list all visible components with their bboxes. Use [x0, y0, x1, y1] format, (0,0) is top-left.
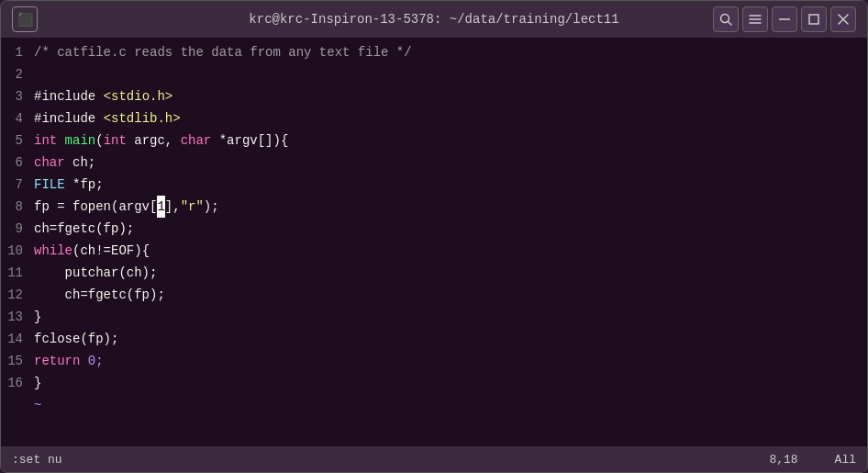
line-content-5: int main(int argc, char *argv[]){: [34, 130, 288, 152]
terminal-icon: ⬛: [12, 6, 38, 32]
line-num-2: 2: [1, 63, 34, 85]
window-controls: [713, 6, 856, 32]
line-num-15: 15: [1, 350, 34, 372]
code-line-14: 14 fclose(fp);: [1, 328, 867, 350]
vim-command: :set nu: [12, 453, 62, 467]
line-content-4: #include <stdlib.h>: [34, 107, 181, 130]
minimize-button[interactable]: [772, 6, 797, 32]
code-line-4: 4 #include <stdlib.h>: [1, 107, 867, 130]
line-num-13: 13: [1, 306, 34, 328]
terminal-window: ⬛ krc@krc-Inspiron-13-5378: ~/data/train…: [0, 0, 868, 473]
line-content-12: ch=fgetc(fp);: [34, 284, 165, 306]
line-num-14: 14: [1, 328, 34, 350]
maximize-button[interactable]: [801, 6, 827, 32]
line-content-11: putchar(ch);: [34, 262, 157, 284]
cursor-position: 8,18: [769, 453, 797, 467]
svg-rect-6: [809, 15, 818, 24]
line-num-6: 6: [1, 152, 34, 174]
line-num-4: 4: [1, 107, 34, 130]
code-line-15: 15 return 0;: [1, 350, 867, 372]
line-content-6: char ch;: [34, 152, 95, 174]
code-line-9: 9 ch=fgetc(fp);: [1, 218, 867, 240]
window-title: krc@krc-Inspiron-13-5378: ~/data/trainin…: [249, 12, 618, 27]
line-num-7: 7: [1, 174, 34, 196]
code-line-6: 6 char ch;: [1, 152, 867, 174]
line-content-1: /* catfile.c reads the data from any tex…: [34, 41, 412, 63]
line-num-10: 10: [1, 240, 34, 262]
tilde-char: ~: [34, 394, 41, 416]
line-content-7: FILE *fp;: [34, 174, 104, 196]
svg-line-1: [729, 22, 732, 26]
code-line-16: 16 }: [1, 372, 867, 394]
line-content-14: fclose(fp);: [34, 328, 118, 350]
editor-area[interactable]: 1 /* catfile.c reads the data from any t…: [1, 38, 867, 446]
line-num-5: 5: [1, 130, 34, 152]
titlebar: ⬛ krc@krc-Inspiron-13-5378: ~/data/train…: [1, 1, 867, 38]
code-line-7: 7 FILE *fp;: [1, 174, 867, 196]
line-num-1: 1: [1, 41, 34, 63]
status-right: 8,18 All: [769, 453, 856, 467]
statusbar: :set nu 8,18 All: [1, 446, 867, 472]
titlebar-left: ⬛: [12, 6, 38, 32]
code-line-13: 13 }: [1, 306, 867, 328]
code-line-8: 8 fp = fopen(argv[1],"r");: [1, 196, 867, 218]
line-num-12: 12: [1, 284, 34, 306]
line-content-8: fp = fopen(argv[1],"r");: [34, 196, 219, 218]
code-line-10: 10 while(ch!=EOF){: [1, 240, 867, 262]
code-line-2: 2: [1, 63, 867, 85]
line-num-16: 16: [1, 372, 34, 394]
line-content-13: }: [34, 306, 41, 328]
line-content-15: return 0;: [34, 350, 104, 372]
code-line-3: 3 #include <stdio.h>: [1, 85, 867, 107]
scroll-position: All: [835, 453, 856, 467]
line-num-11: 11: [1, 262, 34, 284]
code-line-1: 1 /* catfile.c reads the data from any t…: [1, 41, 867, 63]
code-line-11: 11 putchar(ch);: [1, 262, 867, 284]
code-line-5: 5 int main(int argc, char *argv[]){: [1, 130, 867, 152]
line-content-16: }: [34, 372, 41, 394]
line-content-3: #include <stdio.h>: [34, 85, 172, 107]
cursor: 1: [157, 196, 164, 218]
menu-button[interactable]: [742, 6, 768, 32]
code-line-12: 12 ch=fgetc(fp);: [1, 284, 867, 306]
line-num-9: 9: [1, 218, 34, 240]
line-content-2: [34, 63, 41, 85]
tilde-line: ~: [1, 394, 867, 416]
line-num-8: 8: [1, 196, 34, 218]
line-content-9: ch=fgetc(fp);: [34, 218, 134, 240]
close-button[interactable]: [830, 6, 856, 32]
line-content-10: while(ch!=EOF){: [34, 240, 150, 262]
search-button[interactable]: [713, 6, 739, 32]
line-num-3: 3: [1, 85, 34, 107]
code-container: 1 /* catfile.c reads the data from any t…: [1, 38, 867, 446]
